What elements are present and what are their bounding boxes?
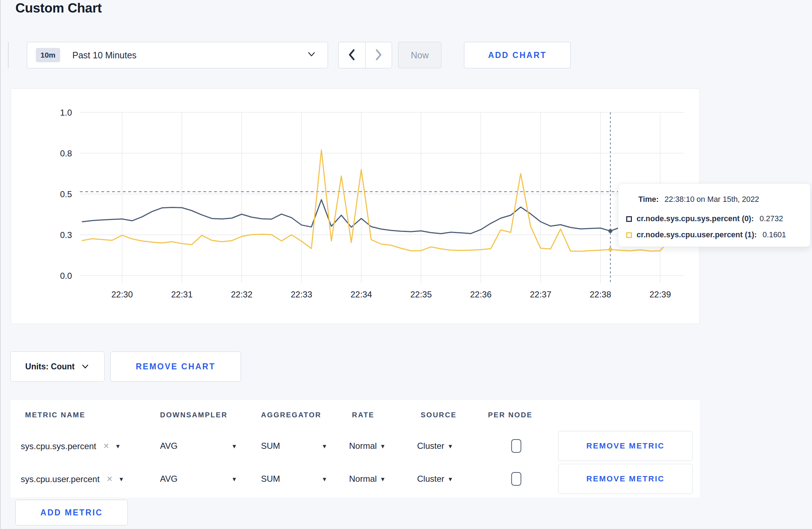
time-range-badge: 10m	[36, 48, 60, 62]
time-range-select[interactable]: 10m Past 10 Minutes	[27, 42, 328, 68]
column-header-per-node: PER NODE	[488, 411, 532, 419]
metrics-table: METRIC NAME DOWNSAMPLER AGGREGATOR RATE …	[11, 400, 700, 498]
svg-text:0.3: 0.3	[60, 230, 72, 240]
clear-metric-icon[interactable]: ×	[107, 474, 112, 485]
clear-metric-icon[interactable]: ×	[103, 441, 109, 452]
tooltip-time-label: Time:	[638, 195, 659, 204]
column-header-downsampler: DOWNSAMPLER	[160, 411, 228, 419]
caret-down-icon: ▾	[323, 475, 326, 483]
remove-chart-button[interactable]: REMOVE CHART	[110, 351, 241, 382]
chevron-down-icon	[81, 362, 90, 372]
per-node-checkbox[interactable]	[511, 439, 521, 453]
caret-down-icon: ▾	[120, 475, 123, 483]
downsampler-value: AVG	[160, 474, 178, 484]
tooltip-series-name: cr.node.sys.cpu.user.percent (1):	[637, 230, 757, 239]
source-value: Cluster	[417, 474, 444, 484]
svg-text:22:35: 22:35	[410, 290, 432, 299]
tooltip-series-value: 0.2732	[759, 214, 783, 223]
add-chart-button[interactable]: ADD CHART	[464, 42, 571, 68]
remove-metric-button[interactable]: REMOVE METRIC	[558, 431, 693, 461]
add-metric-button[interactable]: ADD METRIC	[15, 500, 128, 525]
tooltip-time-row: Time:22:38:10 on Mar 15th, 2022	[618, 195, 810, 211]
per-node-checkbox[interactable]	[511, 472, 521, 486]
svg-text:22:31: 22:31	[171, 290, 193, 299]
toolbar-divider	[8, 42, 9, 68]
downsampler-select[interactable]: AVG ▾	[160, 441, 236, 451]
tooltip-series-row: cr.node.sys.cpu.sys.percent (0): 0.2732	[618, 211, 810, 227]
downsampler-value: AVG	[160, 441, 178, 451]
metric-row: sys.cpu.sys.percent × ▾ AVG ▾ SUM ▾ Norm…	[11, 429, 700, 462]
tooltip-time-value: 22:38:10 on Mar 15th, 2022	[664, 195, 759, 204]
chevron-right-icon	[372, 47, 385, 64]
svg-text:22:32: 22:32	[231, 290, 252, 299]
svg-text:22:30: 22:30	[111, 290, 133, 299]
metric-name-value: sys.cpu.sys.percent	[21, 441, 96, 451]
svg-text:0.5: 0.5	[60, 189, 72, 199]
aggregator-value: SUM	[261, 441, 280, 451]
caret-down-icon: ▾	[449, 442, 452, 450]
aggregator-value: SUM	[261, 474, 280, 484]
series-user-swatch-icon	[626, 232, 632, 238]
downsampler-select[interactable]: AVG ▾	[160, 474, 236, 484]
svg-text:0.8: 0.8	[60, 149, 72, 158]
chart-card: 0.00.30.50.81.022:3022:3122:3222:3322:34…	[11, 88, 700, 324]
tooltip-series-name: cr.node.sys.cpu.sys.percent (0):	[637, 214, 754, 223]
series-sys-swatch-icon	[626, 216, 632, 222]
source-select[interactable]: Cluster ▾	[417, 441, 452, 451]
metric-name-select[interactable]: sys.cpu.sys.percent × ▾	[21, 441, 120, 452]
svg-text:22:36: 22:36	[470, 290, 492, 299]
svg-text:22:38: 22:38	[590, 290, 611, 299]
rate-select[interactable]: Normal ▾	[349, 441, 385, 451]
svg-text:22:39: 22:39	[649, 290, 671, 299]
aggregator-select[interactable]: SUM ▾	[261, 474, 326, 484]
metric-name-value: sys.cpu.user.percent	[21, 474, 100, 484]
caret-down-icon: ▾	[116, 442, 120, 450]
page-left-edge	[0, 0, 1, 529]
time-range-label: Past 10 Minutes	[72, 50, 136, 60]
column-header-aggregator: AGGREGATOR	[261, 411, 322, 419]
svg-text:22:34: 22:34	[351, 290, 372, 299]
tooltip-series-value: 0.1601	[763, 230, 786, 239]
units-label: Units: Count	[25, 362, 75, 372]
rate-value: Normal	[349, 474, 377, 484]
svg-text:0.0: 0.0	[60, 271, 72, 281]
column-header-rate: RATE	[352, 411, 374, 419]
svg-text:1.0: 1.0	[60, 108, 72, 117]
column-header-metric-name: METRIC NAME	[25, 411, 86, 419]
caret-down-icon: ▾	[449, 475, 452, 483]
now-button[interactable]: Now	[398, 42, 441, 68]
source-value: Cluster	[417, 441, 444, 451]
caret-down-icon: ▾	[323, 442, 326, 450]
tooltip-series-row: cr.node.sys.cpu.user.percent (1): 0.1601	[618, 227, 810, 243]
metric-row: sys.cpu.user.percent × ▾ AVG ▾ SUM ▾ Nor…	[11, 462, 700, 495]
caret-down-icon: ▾	[381, 442, 385, 450]
chevron-down-icon	[306, 51, 317, 59]
aggregator-select[interactable]: SUM ▾	[261, 441, 326, 451]
svg-text:22:37: 22:37	[530, 290, 551, 299]
caret-down-icon: ▾	[232, 475, 236, 483]
rate-select[interactable]: Normal ▾	[349, 474, 385, 484]
caret-down-icon: ▾	[381, 475, 385, 483]
source-select[interactable]: Cluster ▾	[417, 474, 452, 484]
page-title: Custom Chart	[15, 1, 102, 16]
svg-text:22:33: 22:33	[291, 290, 312, 299]
column-header-source: SOURCE	[421, 411, 457, 419]
metrics-line-chart[interactable]: 0.00.30.50.81.022:3022:3122:3222:3322:34…	[11, 89, 700, 324]
remove-metric-button[interactable]: REMOVE METRIC	[558, 464, 693, 494]
time-shift-group	[338, 42, 392, 68]
time-forward-button[interactable]	[366, 42, 392, 68]
rate-value: Normal	[349, 441, 377, 451]
units-select[interactable]: Units: Count	[10, 351, 105, 382]
time-back-button[interactable]	[339, 42, 366, 68]
chart-tooltip: Time:22:38:10 on Mar 15th, 2022 cr.node.…	[618, 183, 811, 247]
caret-down-icon: ▾	[232, 442, 236, 450]
metric-name-select[interactable]: sys.cpu.user.percent × ▾	[21, 474, 123, 485]
chevron-left-icon	[346, 47, 358, 64]
